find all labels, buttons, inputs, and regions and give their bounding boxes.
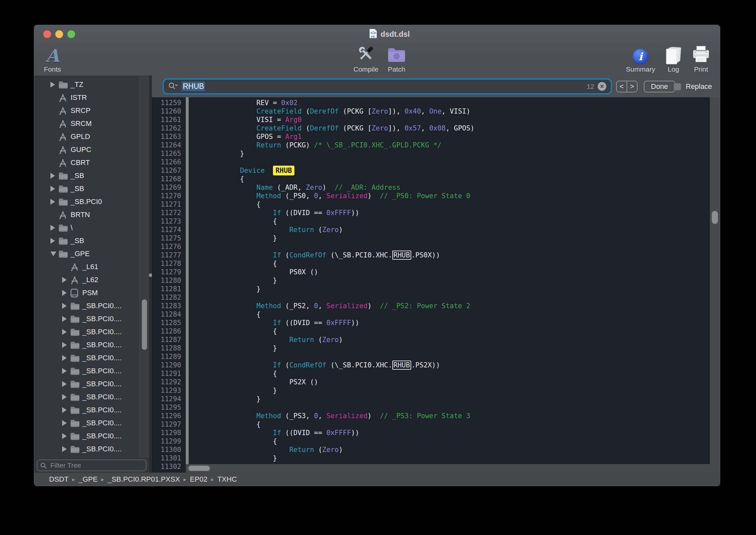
sidebar-item-istr[interactable]: ISTR [34,91,139,104]
sidebar-item--sb-pci0-[interactable]: _SB.PCI0.... [34,312,139,325]
log-button[interactable]: Log [662,43,684,73]
sidebar-item--sb-pci0-[interactable]: _SB.PCI0.... [34,325,139,338]
code-vertical-scrollbar[interactable] [710,97,720,472]
chevron-right-icon[interactable] [50,225,55,231]
chevron-right-icon[interactable] [62,342,67,348]
disclosure-triangle[interactable] [50,225,58,231]
disclosure-triangle[interactable] [62,407,70,413]
sidebar-item-gupc[interactable]: GUPC [34,143,139,156]
breadcrumb-item[interactable]: _SB.PCI0.RP01.PXSX [108,475,180,484]
chevron-right-icon[interactable] [62,368,67,374]
sidebar-item--sb-pci0-[interactable]: _SB.PCI0.... [34,338,139,352]
breadcrumb-item[interactable]: EP02 [190,475,207,484]
sidebar-item--sb-pci0-[interactable]: _SB.PCI0.... [34,378,139,390]
summary-button[interactable]: i Summary [624,43,658,73]
print-button[interactable]: Print [689,43,713,73]
zoom-window-button[interactable] [68,30,75,38]
disclosure-triangle[interactable] [62,433,70,439]
sidebar-item--gpe[interactable]: _GPE [34,247,139,260]
chevron-right-icon[interactable] [50,199,55,205]
disclosure-triangle[interactable] [62,316,70,322]
sidebar-item--sb-pci0-[interactable]: _SB.PCI0.... [34,430,139,442]
sidebar-item--sb-pci0-[interactable]: _SB.PCI0.... [34,390,139,404]
sidebar-item--sb-pci0-[interactable]: _SB.PCI0.... [34,364,139,378]
chevron-right-icon[interactable] [62,316,67,322]
sidebar-item--sb-pci0-[interactable]: _SB.PCI0.... [34,404,139,416]
chevron-right-icon[interactable] [62,355,67,361]
sidebar-item--sb-pci0[interactable]: _SB.PCI0 [34,456,139,458]
sidebar-item-gpld[interactable]: GPLD [34,130,139,143]
chevron-right-icon[interactable] [62,420,67,426]
disclosure-triangle[interactable] [62,277,70,283]
sidebar-item--l61[interactable]: _L61 [34,260,139,273]
chevron-right-icon[interactable] [62,290,67,296]
sidebar-item--sb[interactable]: _SB [34,182,139,195]
code-editor[interactable]: 1125911260112611126211263112641126511266… [152,97,720,472]
breadcrumb-item[interactable]: DSDT [49,475,68,484]
disclosure-triangle[interactable] [50,82,58,88]
sidebar-item-brtn[interactable]: BRTN [34,208,139,221]
sidebar-item-srcp[interactable]: SRCP [34,104,139,117]
chevron-right-icon[interactable] [62,303,67,309]
disclosure-triangle[interactable] [62,368,70,374]
sidebar-item-srcm[interactable]: SRCM [34,117,139,130]
chevron-right-icon[interactable] [62,277,67,283]
disclosure-triangle[interactable] [50,238,58,244]
filter-tree-input[interactable] [37,460,147,471]
disclosure-triangle[interactable] [62,394,70,400]
disclosure-triangle[interactable] [50,199,58,205]
chevron-right-icon[interactable] [50,238,55,244]
disclosure-triangle[interactable] [62,303,70,309]
disclosure-triangle[interactable] [62,329,70,335]
sidebar-item--tz[interactable]: _TZ [34,78,139,91]
split-divider[interactable] [149,75,152,472]
disclosure-triangle[interactable] [62,290,70,296]
chevron-right-icon[interactable] [62,394,67,400]
sidebar-item-cbrt[interactable]: CBRT [34,156,139,169]
clear-search-button[interactable]: ✕ [598,82,607,91]
sidebar-item--sb-pci0-[interactable]: _SB.PCI0.... [34,299,139,312]
sidebar-item--sb[interactable]: _SB [34,169,139,182]
disclosure-triangle[interactable] [50,186,58,192]
sidebar-scrollbar-thumb[interactable] [142,299,147,350]
disclosure-triangle[interactable] [62,355,70,361]
chevron-right-icon[interactable] [62,446,67,452]
chevron-right-icon[interactable] [50,186,55,192]
disclosure-triangle[interactable] [62,342,70,348]
search-field[interactable]: RHUB 12 ✕ [164,80,610,93]
chevron-right-icon[interactable] [50,82,55,88]
compile-button[interactable]: Compile [349,43,383,73]
sidebar-item--sb[interactable]: _SB [34,234,139,247]
chevron-right-icon[interactable] [62,407,67,413]
chevron-right-icon[interactable] [50,173,55,179]
disclosure-triangle[interactable] [62,446,70,452]
breadcrumb-item[interactable]: _GPE [78,475,97,484]
sidebar-item--[interactable]: \ [34,221,139,234]
code-text[interactable]: REV = 0x02 CreateField (DerefOf (PCKG [Z… [191,99,710,471]
disclosure-triangle[interactable] [50,173,58,179]
chevron-right-icon[interactable] [62,433,67,439]
sidebar-item--sb-pci0-[interactable]: _SB.PCI0.... [34,416,139,430]
code-vertical-scrollbar-thumb[interactable] [712,211,718,224]
sidebar-scrollbar[interactable] [139,75,149,458]
code-horizontal-scrollbar-thumb[interactable] [188,466,210,471]
sidebar-item--sb-pci0-[interactable]: _SB.PCI0.... [34,442,139,456]
replace-checkbox[interactable] [674,83,681,91]
breadcrumb-item[interactable]: TXHC [217,475,237,484]
sidebar-item--sb-pci0-[interactable]: _SB.PCI0.... [34,352,139,364]
sidebar-item--sb-pci0[interactable]: _SB.PCI0 [34,195,139,208]
sidebar-item--l62[interactable]: _L62 [34,273,139,286]
sidebar-item-psm[interactable]: PSM [34,286,139,299]
find-previous-button[interactable]: < [617,81,627,92]
disclosure-triangle[interactable] [62,420,70,426]
chevron-right-icon[interactable] [62,329,67,335]
minimize-window-button[interactable] [55,30,63,38]
fonts-button[interactable]: A Fonts [44,43,61,73]
chevron-right-icon[interactable] [62,381,67,387]
disclosure-triangle[interactable] [62,381,70,387]
chevron-down-icon[interactable] [50,252,56,256]
disclosure-triangle[interactable] [50,252,58,256]
close-window-button[interactable] [43,30,51,38]
code-horizontal-scrollbar[interactable] [186,464,710,472]
find-next-button[interactable]: > [627,81,637,92]
